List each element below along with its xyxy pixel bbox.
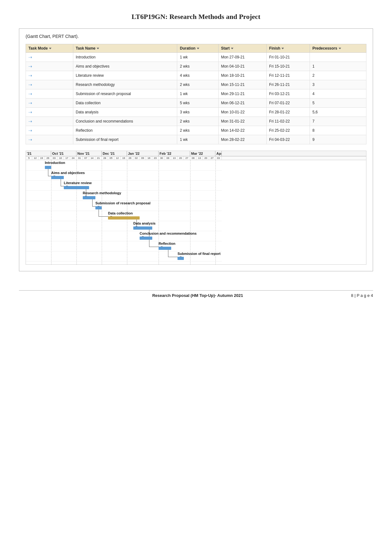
gantt-week-label: 19: [39, 156, 45, 160]
gantt-week-label: 20: [203, 156, 209, 160]
task-name-cell: Aims and objectives: [73, 62, 177, 71]
task-start-cell: Mon 15-11-21: [218, 80, 266, 89]
task-finish-cell: Fri 15-10-21: [267, 62, 310, 71]
task-predecessors-cell: 2: [310, 71, 366, 80]
task-mode-cell: ⇢: [26, 62, 73, 71]
gantt-week-label: 10: [57, 156, 64, 160]
gantt-task-label: Submission of final report: [178, 252, 220, 256]
gantt-month-label: Dec '21: [102, 151, 127, 156]
start-sort-icon[interactable]: [231, 48, 233, 49]
gantt-bar: [108, 216, 140, 220]
task-mode-sort-icon[interactable]: [49, 48, 51, 49]
task-start-cell: Mon 10-01-22: [218, 108, 266, 117]
task-duration-cell: 1 wk: [177, 53, 218, 62]
task-name-cell: Data analysis: [73, 108, 177, 117]
gantt-week-label: 12: [32, 156, 39, 160]
task-predecessors-cell: 5: [310, 99, 366, 108]
task-start-cell: Mon 14-02-22: [218, 126, 266, 135]
gantt-hline: [26, 251, 222, 251]
task-start-cell: Mon 06-12-21: [218, 99, 266, 108]
task-predecessors-cell: 3: [310, 80, 366, 89]
table-row: ⇢ Data collection 5 wks Mon 06-12-21 Fri…: [26, 99, 366, 108]
gantt-area: '21Oct '21Nov '21Dec '21Jan '22Feb '22Ma…: [26, 151, 366, 265]
task-mode-icon: ⇢: [28, 55, 32, 60]
gantt-task-label: Introduction: [45, 161, 65, 165]
task-predecessors-cell: [310, 53, 366, 62]
gantt-bar: [64, 186, 89, 189]
task-finish-cell: Fri 03-12-21: [267, 89, 310, 99]
chart-container: (Gantt Chart, PERT Chart). Task Mode Tas…: [19, 28, 373, 271]
table-row: ⇢ Introduction 1 wk Mon 27-09-21 Fri 01-…: [26, 53, 366, 62]
task-predecessors-cell: 7: [310, 117, 366, 126]
gantt-week-label: 20: [178, 156, 184, 160]
gantt-week-label: 26: [45, 156, 51, 160]
task-mode-cell: ⇢: [26, 53, 73, 62]
gantt-week-label: 03: [51, 156, 57, 160]
th-predecessors: Predecessors: [310, 44, 366, 53]
task-mode-icon: ⇢: [28, 64, 32, 69]
task-finish-cell: Fri 12-11-21: [267, 71, 310, 80]
task-name-cell: Submission of final report: [73, 135, 177, 144]
gantt-month-label: Apr: [215, 151, 222, 156]
task-predecessors-cell: 4: [310, 89, 366, 99]
task-name-cell: Data collection: [73, 99, 177, 108]
gantt-hline: [26, 241, 222, 241]
task-name-cell: Reflection: [73, 126, 177, 135]
task-start-cell: Mon 18-10-21: [218, 71, 266, 80]
gantt-vline: [102, 160, 102, 264]
table-row: ⇢ Data analysis 3 wks Mon 10-01-22 Fri 2…: [26, 108, 366, 117]
task-start-cell: Mon 29-11-21: [218, 89, 266, 99]
task-duration-cell: 1 wk: [177, 135, 218, 144]
task-name-cell: Introduction: [73, 53, 177, 62]
task-name-sort-icon[interactable]: [97, 48, 99, 49]
gantt-week-label: 07: [83, 156, 89, 160]
task-duration-cell: 2 wks: [177, 126, 218, 135]
task-mode-icon: ⇢: [28, 110, 32, 115]
table-row: ⇢ Submission of final report 1 wk Mon 28…: [26, 135, 366, 144]
gantt-week-label: 09: [140, 156, 146, 160]
gantt-hline: [26, 170, 222, 171]
task-start-cell: Mon 04-10-21: [218, 62, 266, 71]
gantt-week-label: 12: [114, 156, 121, 160]
gantt-task-label: Research methodology: [83, 191, 121, 195]
task-mode-icon: ⇢: [28, 91, 32, 96]
task-mode-cell: ⇢: [26, 99, 73, 108]
task-predecessors-cell: 9: [310, 135, 366, 144]
gantt-week-label: 5: [26, 156, 32, 160]
gantt-hline: [26, 180, 222, 181]
gantt-bar: [133, 226, 152, 230]
task-name-cell: Research methodology: [73, 80, 177, 89]
task-mode-cell: ⇢: [26, 108, 73, 117]
gantt-task-label: Conclusion and recommendations: [140, 232, 196, 235]
task-predecessors-cell: 8: [310, 126, 366, 135]
th-finish: Finish: [267, 44, 310, 53]
gantt-month-label: Oct '21: [51, 151, 76, 156]
footer-label: Research Proposal (HM Top-Up)- Autumn 20…: [44, 293, 351, 298]
gantt-month-label: Jan '22: [127, 151, 159, 156]
task-mode-cell: ⇢: [26, 135, 73, 144]
task-start-cell: Mon 27-09-21: [218, 53, 266, 62]
task-finish-cell: Fri 25-02-22: [267, 126, 310, 135]
task-mode-icon: ⇢: [28, 137, 32, 142]
table-row: ⇢ Submission of research proposal 1 wk M…: [26, 89, 366, 99]
gantt-hline: [26, 190, 222, 191]
gantt-week-label: 06: [165, 156, 171, 160]
task-duration-cell: 3 wks: [177, 108, 218, 117]
duration-sort-icon[interactable]: [197, 48, 199, 49]
task-duration-cell: 5 wks: [177, 99, 218, 108]
task-duration-cell: 2 wks: [177, 62, 218, 71]
task-duration-cell: 2 wks: [177, 80, 218, 89]
gantt-bar: [178, 257, 184, 260]
finish-sort-icon[interactable]: [281, 48, 284, 49]
gantt-week-label: 30: [159, 156, 165, 160]
gantt-hline: [26, 221, 222, 221]
gantt-bar: [95, 206, 102, 209]
predecessors-sort-icon[interactable]: [339, 48, 341, 49]
gantt-week-label: 27: [209, 156, 215, 160]
task-name-cell: Submission of research proposal: [73, 89, 177, 99]
gantt-hline: [26, 201, 222, 201]
task-finish-cell: Fri 07-01-22: [267, 99, 310, 108]
gantt-hline: [26, 211, 222, 211]
table-row: ⇢ Conclusion and recommendations 2 wks M…: [26, 117, 366, 126]
task-predecessors-cell: 5,6: [310, 108, 366, 117]
